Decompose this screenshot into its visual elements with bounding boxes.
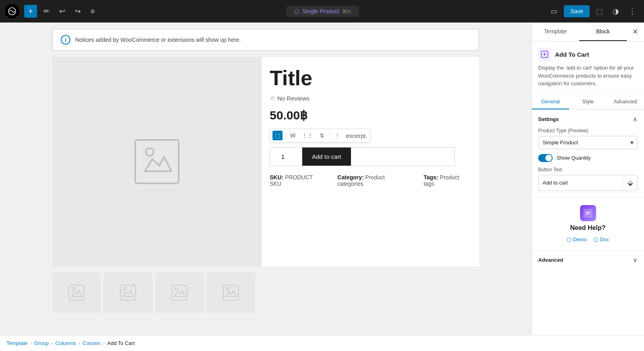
block-w-button[interactable]: W <box>288 131 298 140</box>
block-arrows-button[interactable]: ⇅ <box>317 131 327 140</box>
block-type-button[interactable]: ⬚ <box>272 131 283 140</box>
breadcrumb-bar: Template › Group › Columns › Column › Ad… <box>0 335 644 351</box>
thumbnail-1[interactable] <box>52 273 101 313</box>
breadcrumb-group[interactable]: Group <box>34 340 49 346</box>
block-toolbar: ⬚ W ⋮⋮ ⇅ ⋮ excerpt. <box>270 129 370 142</box>
thumbnail-3[interactable] <box>155 273 204 313</box>
svg-rect-7 <box>172 285 187 300</box>
need-help-links: ⬡ Demo ⬡ Doc <box>567 236 609 243</box>
settings-section-header: Settings ∧ <box>538 115 638 123</box>
need-help-icon <box>580 205 596 221</box>
block-info: Add To Cart Display the 'add to cart' op… <box>532 41 644 94</box>
theme-button[interactable]: ◑ <box>609 4 622 18</box>
demo-icon: ⬡ <box>567 236 572 243</box>
block-tab[interactable]: Block <box>579 23 627 41</box>
breadcrumb-arrow-4: › <box>103 340 105 346</box>
thumbnail-gallery <box>52 273 479 313</box>
advanced-section: Advanced ∨ <box>532 251 644 269</box>
save-button[interactable]: Save <box>564 5 590 17</box>
demo-label: Demo <box>573 236 587 242</box>
block-name: Add To Cart <box>555 51 589 58</box>
page-title: Single Product <box>302 8 339 14</box>
button-text-input[interactable] <box>539 177 623 189</box>
keyboard-shortcut: ⌘K <box>342 8 351 14</box>
svg-point-10 <box>227 287 229 290</box>
svg-point-6 <box>124 287 126 290</box>
product-meta: SKU: PRODUCT SKU Category: Product categ… <box>270 174 471 187</box>
toolbar-divider <box>285 132 285 139</box>
star-icon: ☆ <box>270 94 275 102</box>
breadcrumb-arrow-3: › <box>78 340 80 346</box>
svg-point-4 <box>72 287 75 290</box>
notice-icon: i <box>61 35 70 45</box>
doc-icon: ⬡ <box>593 236 598 243</box>
sidebar-header: Template Block ✕ <box>532 23 644 41</box>
thumbnail-4[interactable] <box>207 273 255 313</box>
template-tab[interactable]: Template <box>532 23 579 41</box>
block-drag-button[interactable]: ⋮⋮ <box>299 131 316 140</box>
product-sku: SKU: PRODUCT SKU <box>270 174 325 187</box>
advanced-title: Advanced <box>538 257 563 263</box>
product-type-select[interactable]: Simple Product Variable Product Grouped … <box>538 136 638 149</box>
reviews-text: No Reviews <box>277 95 310 102</box>
need-help-title: Need Help? <box>570 224 605 232</box>
toolbar-divider-2 <box>329 132 330 139</box>
canvas-area: i Notices added by WooCommerce or extens… <box>0 23 531 335</box>
block-more-button[interactable]: ⋮ <box>332 131 343 140</box>
more-options-button[interactable]: ⋮ <box>625 4 639 18</box>
advanced-header[interactable]: Advanced ∨ <box>538 256 638 264</box>
doc-link[interactable]: ⬡ Doc <box>593 236 609 243</box>
undo-button[interactable]: ↩ <box>56 4 68 18</box>
svg-rect-9 <box>223 285 238 300</box>
breadcrumb-template[interactable]: Template <box>6 340 28 346</box>
show-quantity-toggle[interactable] <box>538 154 553 162</box>
product-tags: Tags: Product tags <box>423 174 471 187</box>
page-title-pill[interactable]: ⬡ Single Product ⌘K <box>286 6 359 17</box>
breadcrumb-arrow-1: › <box>30 340 32 346</box>
general-subtab[interactable]: General <box>532 94 569 109</box>
product-price: 50.00฿ <box>270 108 471 122</box>
layout-button[interactable]: ⬚ <box>593 4 606 18</box>
show-quantity-row: Show Quantity <box>538 154 638 162</box>
svg-rect-3 <box>69 285 84 300</box>
settings-chevron-icon[interactable]: ∧ <box>633 115 638 123</box>
edit-mode-button[interactable]: ✏ <box>40 4 53 18</box>
category-label: Category: <box>337 174 363 181</box>
need-help-section: Need Help? ⬡ Demo ⬡ Doc <box>532 197 644 251</box>
toolbar-center: ⬡ Single Product ⌘K <box>101 6 545 17</box>
sidebar-close-button[interactable]: ✕ <box>627 23 644 40</box>
advanced-chevron-icon: ∨ <box>633 256 638 264</box>
demo-link[interactable]: ⬡ Demo <box>567 236 587 243</box>
toolbar-right: ▭ Save ⬚ ◑ ⋮ <box>547 4 639 18</box>
breadcrumb-column[interactable]: Column <box>83 340 101 346</box>
settings-section: Settings ∧ Product Type (Preview) Simple… <box>532 110 644 197</box>
block-description: Display the 'add to cart' option for all… <box>538 64 638 88</box>
view-button[interactable]: ▭ <box>547 4 561 18</box>
product-type-label: Product Type (Preview) <box>538 128 638 133</box>
product-category: Category: Product categories <box>337 174 411 187</box>
notice-banner: i Notices added by WooCommerce or extens… <box>52 29 479 51</box>
main-layout: i Notices added by WooCommerce or extens… <box>0 23 644 335</box>
add-block-button[interactable]: + <box>24 5 37 18</box>
block-type-icon <box>538 48 551 61</box>
breadcrumb-add-to-cart[interactable]: Add To Cart <box>107 340 134 346</box>
product-title: Title <box>270 67 471 90</box>
breadcrumb-arrow-2: › <box>51 340 53 346</box>
product-type-select-wrapper: Simple Product Variable Product Grouped … <box>538 136 638 149</box>
document-overview-button[interactable]: ≡ <box>87 5 98 18</box>
thumbnail-2[interactable] <box>104 273 152 313</box>
breadcrumb-columns[interactable]: Columns <box>56 340 76 346</box>
button-text-row: ⬙ <box>538 175 638 191</box>
product-layout: Title ☆ No Reviews 50.00฿ ⬚ W ⋮⋮ ⇅ ⋮ exc… <box>52 57 479 266</box>
sidebar-sub-tabs: General Style Advanced <box>532 94 644 110</box>
svg-point-8 <box>175 287 178 290</box>
wp-logo[interactable] <box>5 4 19 18</box>
add-to-cart-button[interactable]: Add to cart <box>302 148 351 166</box>
style-subtab[interactable]: Style <box>569 94 607 109</box>
button-text-icon[interactable]: ⬙ <box>623 175 637 191</box>
settings-title: Settings <box>538 116 559 122</box>
sku-label: SKU: <box>270 174 283 181</box>
quantity-input[interactable] <box>270 148 302 166</box>
redo-button[interactable]: ↪ <box>72 4 84 18</box>
advanced-subtab[interactable]: Advanced <box>607 94 644 109</box>
